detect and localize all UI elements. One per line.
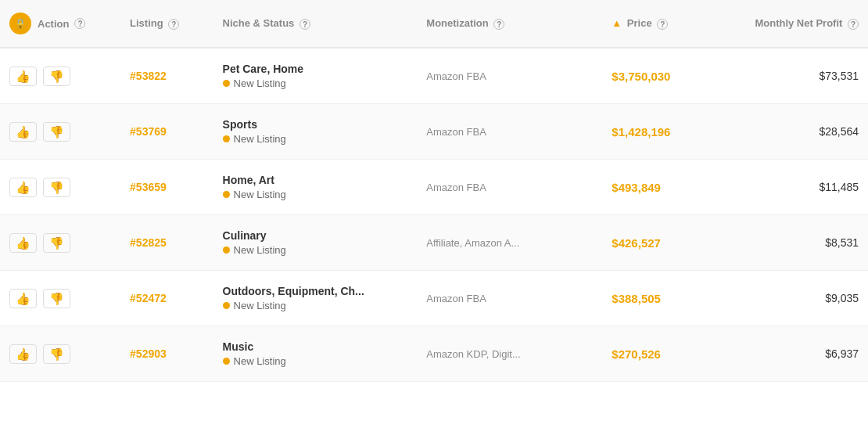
action-cell: 👍 👎 — [0, 48, 120, 104]
price-cell: $3,750,030 — [602, 48, 723, 104]
thumb-down-button[interactable]: 👎 — [43, 289, 70, 308]
status-dot — [223, 191, 230, 198]
niche-status-cell: Culinary New Listing — [213, 215, 418, 271]
monetization-value: Amazon FBA — [426, 182, 486, 193]
monetization-cell: Amazon KDP, Digit... — [417, 326, 602, 382]
price-cell: $426,527 — [602, 215, 723, 271]
header-niche-status: Niche & Status ? — [213, 0, 418, 48]
price-cell: $493,849 — [602, 160, 723, 215]
niche-status-cell: Outdoors, Equipment, Ch... New Listing — [213, 271, 418, 326]
price-value: $270,526 — [612, 347, 661, 361]
status-label: New Listing — [234, 355, 286, 367]
action-cell: 👍 👎 — [0, 160, 120, 215]
profit-help-icon[interactable]: ? — [848, 19, 859, 30]
price-help-icon[interactable]: ? — [657, 19, 668, 30]
profit-value: $8,531 — [732, 236, 859, 249]
status-dot — [223, 302, 230, 309]
profit-cell: $9,035 — [723, 271, 868, 326]
listing-id-link[interactable]: #52825 — [130, 236, 167, 249]
niche-status-cell: Pet Care, Home New Listing — [213, 48, 418, 104]
table-row: 👍 👎 #53822 Pet Care, Home New Listing Am… — [0, 48, 868, 104]
niche-help-icon[interactable]: ? — [299, 19, 310, 30]
listing-id-link[interactable]: #53822 — [130, 70, 167, 82]
profit-cell: $11,485 — [723, 160, 868, 215]
thumb-down-button[interactable]: 👎 — [43, 344, 70, 364]
profit-value: $9,035 — [732, 292, 859, 304]
table-row: 👍 👎 #52472 Outdoors, Equipment, Ch... Ne… — [0, 271, 868, 326]
price-header-label: Price — [627, 17, 652, 29]
status-label: New Listing — [234, 244, 286, 256]
status-label: New Listing — [234, 133, 286, 145]
action-help-icon[interactable]: ? — [74, 18, 85, 29]
thumb-up-button[interactable]: 👍 — [9, 178, 37, 197]
listing-id-cell: #53659 — [120, 160, 213, 215]
listing-id-link[interactable]: #53769 — [130, 125, 167, 138]
action-cell: 👍 👎 — [0, 271, 120, 326]
monetization-help-icon[interactable]: ? — [493, 19, 504, 30]
price-value: $493,849 — [612, 181, 661, 194]
lock-icon: 🔒 — [9, 13, 31, 34]
profit-cell: $73,531 — [723, 48, 868, 104]
price-cell: $1,428,196 — [602, 104, 723, 160]
niche-name: Sports — [223, 118, 408, 131]
action-header-label: Action — [38, 18, 69, 30]
action-cell: 👍 👎 — [0, 104, 120, 160]
listing-id-cell: #53769 — [120, 104, 213, 160]
monetization-cell: Amazon FBA — [417, 160, 602, 215]
listing-id-link[interactable]: #53659 — [130, 181, 167, 193]
niche-name: Home, Art — [223, 174, 408, 186]
niche-header-label: Niche & Status — [223, 17, 295, 29]
niche-name: Pet Care, Home — [223, 63, 408, 75]
thumb-up-button[interactable]: 👍 — [9, 344, 37, 364]
action-cell: 👍 👎 — [0, 326, 120, 382]
header-action: 🔒 Action ? — [0, 0, 120, 48]
table-body: 👍 👎 #53822 Pet Care, Home New Listing Am… — [0, 48, 868, 382]
thumb-up-button[interactable]: 👍 — [9, 67, 37, 86]
status-dot — [223, 246, 230, 254]
thumb-up-button[interactable]: 👍 — [9, 289, 37, 308]
profit-value: $11,485 — [732, 181, 859, 193]
thumb-up-button[interactable]: 👍 — [9, 233, 37, 253]
thumb-down-button[interactable]: 👎 — [43, 233, 70, 253]
profit-cell: $6,937 — [723, 326, 868, 382]
monetization-value: Amazon FBA — [426, 70, 486, 82]
thumb-down-button[interactable]: 👎 — [43, 178, 70, 197]
monetization-cell: Amazon FBA — [417, 271, 602, 326]
action-cell: 👍 👎 — [0, 215, 120, 271]
profit-value: $6,937 — [732, 347, 859, 360]
listing-id-link[interactable]: #52472 — [130, 292, 167, 304]
status-label: New Listing — [234, 300, 286, 311]
monetization-cell: Amazon FBA — [417, 48, 602, 104]
listing-help-icon[interactable]: ? — [168, 19, 179, 30]
header-listing: Listing ? — [120, 0, 213, 48]
profit-value: $73,531 — [732, 70, 859, 82]
price-value: $1,428,196 — [612, 125, 670, 139]
niche-status-cell: Sports New Listing — [213, 104, 418, 160]
thumb-down-button[interactable]: 👎 — [43, 67, 70, 86]
listing-id-link[interactable]: #52903 — [130, 347, 167, 360]
table-row: 👍 👎 #52903 Music New Listing Amazon KDP,… — [0, 326, 868, 382]
price-value: $426,527 — [612, 236, 661, 250]
thumb-down-button[interactable]: 👎 — [43, 122, 70, 142]
price-value: $3,750,030 — [612, 70, 670, 83]
table-row: 👍 👎 #53659 Home, Art New Listing Amazon … — [0, 160, 868, 215]
status-label: New Listing — [234, 77, 286, 89]
price-cell: $270,526 — [602, 326, 723, 382]
status-dot — [223, 80, 230, 87]
price-sort-icon[interactable]: ▲ — [612, 17, 622, 29]
niche-status-cell: Home, Art New Listing — [213, 160, 418, 215]
status-dot — [223, 358, 230, 365]
listing-id-cell: #52472 — [120, 271, 213, 326]
header-monthly-profit: Monthly Net Profit ? — [723, 0, 868, 48]
listing-id-cell: #53822 — [120, 48, 213, 104]
monetization-header-label: Monetization — [426, 17, 488, 29]
table-row: 👍 👎 #53769 Sports New Listing Amazon FBA… — [0, 104, 868, 160]
profit-value: $28,564 — [732, 125, 859, 138]
niche-name: Outdoors, Equipment, Ch... — [223, 285, 408, 297]
monetization-value: Amazon FBA — [426, 293, 486, 304]
monetization-value: Affiliate, Amazon A... — [426, 237, 519, 249]
listings-table: 🔒 Action ? Listing ? Niche & Status ? Mo… — [0, 0, 868, 382]
price-cell: $388,505 — [602, 271, 723, 326]
price-value: $388,505 — [612, 292, 661, 305]
thumb-up-button[interactable]: 👍 — [9, 122, 37, 142]
